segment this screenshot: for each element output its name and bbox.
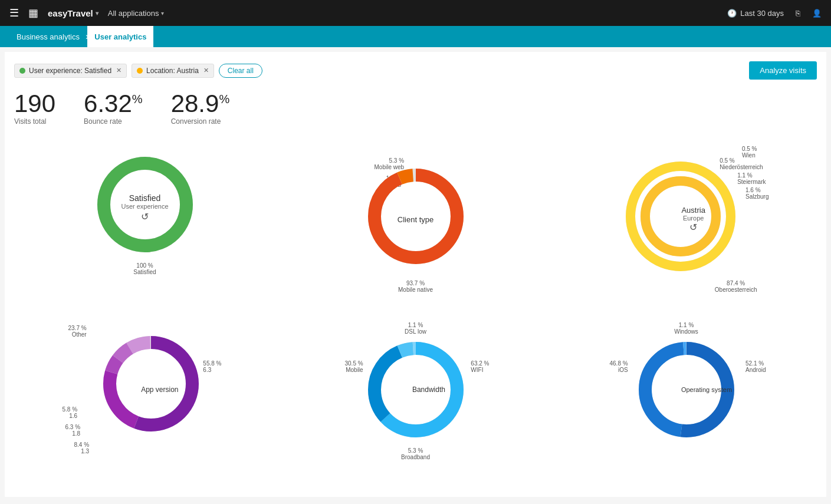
app-version-chart: 23.7 %Other 5.8 %1.6 6.3 %1.8 8.4 %1.3 A — [14, 313, 275, 466]
bandwidth-chart: 1.1 %DSL low 30.5 %Mobile Bandwidth 63. — [285, 313, 546, 466]
ux-center-sub: User experience — [121, 203, 168, 210]
app-ann-16: 5.8 %1.6 — [63, 406, 78, 419]
stats-row: 190 Visits total 6.32% Bounce rate 28.9%… — [14, 91, 817, 126]
visits-total-stat: 190 Visits total — [14, 91, 55, 126]
filter-tag-location: Location: Austria ✕ — [132, 64, 214, 78]
client-ann-native: 93.7 %Mobile native — [398, 280, 433, 293]
loc-center-main: Austria — [681, 206, 705, 215]
bounce-rate-stat: 6.32% Bounce rate — [84, 91, 143, 126]
filter-tag-label-location: Location: Austria — [146, 67, 199, 75]
filter-tag-label: User experience: Satisfied — [29, 67, 111, 75]
analyze-visits-button[interactable]: Analyze visits — [749, 61, 817, 80]
user-experience-chart: Satisfied User experience ↺ 100 %Satisfi… — [14, 140, 275, 299]
topnav-right: 🕐 Last 30 days ⎘ 👤 — [727, 9, 822, 18]
os-center-main: Operating system — [681, 386, 732, 393]
client-type-chart: 5.3 %Mobile web 1.1 %Web Client type 93.… — [285, 140, 546, 299]
app-logo: easyTravel ▾ — [48, 8, 98, 18]
time-range[interactable]: 🕐 Last 30 days — [727, 9, 784, 18]
ux-annotation-bottom: 100 %Satisfied — [133, 262, 156, 275]
charts-grid: Satisfied User experience ↺ 100 %Satisfi… — [14, 140, 817, 466]
menu-icon[interactable]: ☰ — [9, 6, 19, 19]
loc-center-icon: ↺ — [681, 222, 705, 233]
all-applications-dropdown[interactable]: All applications ▾ — [108, 9, 165, 18]
operating-system-chart: 1.1 %Windows 46.8 %iOS Operating system … — [556, 313, 817, 466]
app-center-main: App version — [141, 386, 178, 394]
os-ann-android: 52.1 %Android — [745, 360, 766, 373]
app-ann-18: 6.3 %1.8 — [65, 424, 81, 437]
filter-tag-close-satisfied[interactable]: ✕ — [116, 67, 121, 74]
filter-bar: User experience: Satisfied ✕ Location: A… — [14, 61, 817, 80]
bounce-rate-value: 6.32% — [84, 91, 143, 116]
filter-tag-user-experience: User experience: Satisfied ✕ — [14, 64, 127, 78]
loc-ann-salzburg: 1.6 %Salzburg — [745, 187, 768, 200]
client-center-main: Client type — [398, 215, 433, 224]
dashboard-icon: ▦ — [28, 6, 38, 19]
filter-dot-location — [137, 68, 143, 74]
location-chart: 0.5 %Wien 0.5 %Niederösterreich 1.1 %Ste… — [556, 140, 817, 299]
topnav: ☰ ▦ easyTravel ▾ All applications ▾ 🕐 La… — [0, 0, 831, 26]
share-icon[interactable]: ⎘ — [796, 9, 800, 18]
location-donut — [616, 151, 745, 281]
clock-icon: 🕐 — [727, 9, 737, 18]
conversion-rate-label: Conversion rate — [171, 117, 230, 126]
breadcrumb: Business analytics › User analytics — [0, 26, 831, 47]
conversion-rate-value: 28.9% — [171, 91, 230, 116]
clear-all-button[interactable]: Clear all — [219, 64, 262, 78]
ux-center-icon: ↺ — [121, 211, 168, 222]
loc-center-sub: Europe — [681, 215, 705, 222]
main-content: User experience: Satisfied ✕ Location: A… — [5, 52, 826, 497]
bounce-rate-label: Bounce rate — [84, 117, 143, 126]
filter-tag-close-location[interactable]: ✕ — [203, 67, 209, 74]
app-ann-13: 8.4 %1.3 — [74, 442, 90, 454]
filter-dot-satisfied — [19, 68, 25, 74]
breadcrumb-user-analytics[interactable]: User analytics — [87, 26, 153, 47]
bw-ann-broadband: 5.3 %Broadband — [401, 447, 430, 460]
visits-total-label: Visits total — [14, 117, 55, 126]
app-version-donut — [92, 325, 210, 443]
visits-total-value: 190 — [14, 91, 55, 116]
app-ann-63: 55.8 %6.3 — [203, 360, 221, 373]
breadcrumb-business-analytics[interactable]: Business analytics — [9, 26, 87, 47]
conversion-rate-stat: 28.9% Conversion rate — [171, 91, 230, 126]
ux-center-main: Satisfied — [121, 193, 168, 203]
bw-center-main: Bandwidth — [412, 386, 445, 394]
loc-ann-ober: 87.4 %Oberoesterreich — [715, 280, 757, 293]
bw-ann-wifi: 63.2 %WIFI — [471, 360, 489, 373]
app-ann-other: 23.7 %Other — [68, 325, 87, 338]
os-ann-ios: 46.8 %iOS — [610, 360, 628, 373]
user-icon[interactable]: 👤 — [812, 9, 822, 18]
